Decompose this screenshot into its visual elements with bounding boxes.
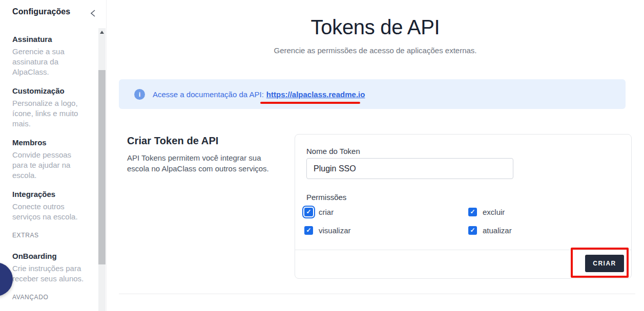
sidebar-item-title: Membros — [12, 139, 93, 146]
desc-line: AlpaClass. — [12, 67, 93, 77]
sidebar-item-title: Integrações — [12, 190, 93, 198]
sidebar-item-customizacao[interactable]: Customização Personalize a logo, ícone, … — [12, 87, 93, 129]
sidebar-title: Configurações — [12, 7, 70, 16]
sidebar-section-extras: EXTRAS — [12, 232, 93, 239]
scroll-up-icon[interactable] — [98, 28, 106, 36]
page-bottom-divider — [119, 294, 635, 294]
info-icon: i — [134, 89, 145, 100]
chevron-left-icon — [89, 9, 97, 18]
sidebar-item-integracoes[interactable]: Integrações Conecte outros serviços na e… — [12, 190, 93, 222]
checkbox-checked-icon — [304, 226, 313, 235]
desc-line: API Tokens permitem você integrar sua — [127, 152, 291, 163]
desc-line: escola. — [12, 170, 93, 181]
section-heading: Criar Token de API — [127, 135, 291, 147]
sidebar-collapse-button[interactable] — [86, 6, 100, 20]
create-token-intro: Criar Token de API API Tokens permitem v… — [127, 135, 291, 174]
desc-line: Personalize a logo, — [12, 98, 93, 108]
sidebar-item-assinatura[interactable]: Assinatura Gerencie a sua assinatura da … — [12, 35, 93, 77]
scrollbar-thumb[interactable] — [98, 70, 106, 264]
settings-sidebar: Configurações Assinatura Gerencie a sua … — [0, 0, 107, 311]
sidebar-nav: Assinatura Gerencie a sua assinatura da … — [12, 35, 93, 301]
checkbox-atualizar[interactable]: atualizar — [468, 225, 512, 235]
sidebar-item-title: Assinatura — [12, 35, 93, 43]
sidebar-item-membros[interactable]: Membros Convide pessoas para te ajudar n… — [12, 139, 93, 181]
desc-line: Convide pessoas — [12, 150, 93, 160]
app-window: Configurações Assinatura Gerencie a sua … — [0, 0, 644, 311]
desc-line: Gerencie a sua — [12, 47, 93, 57]
sidebar-item-desc: Gerencie a sua assinatura da AlpaClass. — [12, 47, 93, 77]
card-footer-divider — [295, 250, 631, 250]
sidebar-item-title: OnBoarding — [12, 252, 93, 260]
checkbox-checked-icon — [468, 208, 477, 216]
checkbox-label: excluir — [483, 208, 505, 216]
token-name-label: Nome do Token — [306, 147, 360, 156]
checkbox-checked-icon — [468, 226, 477, 235]
sidebar-item-desc: Convide pessoas para te ajudar na escola… — [12, 150, 93, 181]
page-subtitle: Gerencie as permissões de acesso de apli… — [107, 46, 644, 55]
checkbox-visualizar[interactable]: visualizar — [304, 225, 351, 235]
sidebar-scrollbar[interactable] — [98, 28, 106, 311]
sidebar-section-avancado: AVANÇADO — [12, 294, 93, 301]
create-token-card: Nome do Token Permissões criar excluir v… — [295, 134, 632, 279]
token-name-input[interactable] — [306, 158, 513, 179]
sidebar-item-desc: Personalize a logo, ícone, links e muito… — [12, 98, 93, 129]
section-description: API Tokens permitem você integrar sua es… — [127, 152, 291, 174]
checkbox-criar[interactable]: criar — [304, 207, 334, 217]
sidebar-item-onboarding[interactable]: OnBoarding Crie instruções para receber … — [12, 252, 93, 284]
api-docs-link[interactable]: https://alpaclass.readme.io — [266, 90, 365, 99]
api-docs-banner: i Acesse a documentação da API: https://… — [119, 79, 626, 109]
create-token-button[interactable]: CRIAR — [585, 255, 624, 272]
checkbox-label: atualizar — [483, 226, 512, 235]
permissions-label: Permissões — [306, 193, 346, 202]
desc-line: ícone, links e muito — [12, 108, 93, 119]
desc-line: para te ajudar na — [12, 160, 93, 170]
sidebar-header: Configurações — [0, 0, 107, 27]
desc-line: Crie instruções para — [12, 263, 93, 274]
banner-text: Acesse a documentação da API: — [153, 90, 264, 99]
desc-line: assinatura da — [12, 57, 93, 67]
sidebar-item-desc: Conecte outros serviços na escola. — [12, 202, 93, 222]
checkbox-excluir[interactable]: excluir — [468, 207, 505, 217]
desc-line: receber seus alunos. — [12, 274, 93, 284]
sidebar-item-desc: Crie instruções para receber seus alunos… — [12, 263, 93, 284]
sidebar-item-title: Customização — [12, 87, 93, 95]
desc-line: serviços na escola. — [12, 212, 93, 222]
desc-line: Conecte outros — [12, 202, 93, 212]
desc-line: escola no AlpaClass com outros serviços. — [127, 163, 291, 174]
checkbox-label: visualizar — [319, 226, 351, 235]
page-title: Tokens de API — [107, 14, 644, 40]
checkbox-label: criar — [319, 208, 334, 216]
desc-line: mais. — [12, 119, 93, 129]
checkbox-checked-icon — [304, 208, 313, 216]
